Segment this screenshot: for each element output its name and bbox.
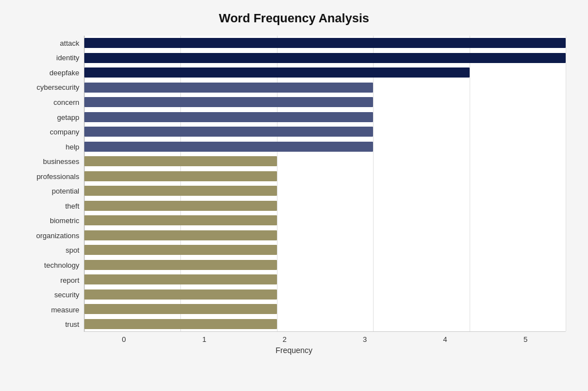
chart-title: Word Frequency Analysis bbox=[22, 11, 566, 26]
x-tick-label: 2 bbox=[245, 335, 325, 344]
bar-row bbox=[84, 243, 566, 258]
x-tick-label: 4 bbox=[405, 335, 485, 344]
x-tick-label: 5 bbox=[485, 335, 566, 344]
y-label: potential bbox=[22, 187, 79, 195]
bar bbox=[84, 83, 373, 93]
y-label: technology bbox=[22, 262, 79, 269]
bar-row bbox=[84, 80, 566, 95]
bar-row bbox=[84, 36, 566, 51]
bar-row bbox=[84, 124, 566, 139]
y-label: report bbox=[22, 277, 79, 284]
bar-row bbox=[84, 184, 566, 199]
bar bbox=[84, 38, 566, 48]
bar bbox=[84, 289, 277, 300]
bar-row bbox=[84, 213, 566, 228]
y-axis: attackidentitydeepfakecybersecurityconce… bbox=[22, 36, 84, 332]
x-axis-title: Frequency bbox=[22, 346, 566, 355]
bar bbox=[84, 230, 277, 240]
bar bbox=[84, 142, 373, 152]
bar bbox=[84, 67, 470, 78]
y-label: theft bbox=[22, 202, 79, 210]
bars-area bbox=[84, 36, 566, 332]
y-label: trust bbox=[22, 321, 79, 328]
y-label: security bbox=[22, 291, 79, 298]
x-axis-labels: 012345 bbox=[84, 335, 566, 344]
y-label: businesses bbox=[22, 158, 79, 165]
y-label: organizations bbox=[22, 232, 79, 239]
bar-row bbox=[84, 110, 566, 125]
y-label: company bbox=[22, 128, 79, 136]
x-tick-label: 1 bbox=[164, 335, 245, 344]
y-label: concern bbox=[22, 99, 79, 106]
y-label: attack bbox=[22, 40, 79, 47]
y-label: spot bbox=[22, 247, 79, 254]
bar bbox=[84, 53, 566, 63]
bar bbox=[84, 186, 277, 196]
bar-row bbox=[84, 199, 566, 214]
bar bbox=[84, 274, 277, 284]
bar-row bbox=[84, 228, 566, 243]
bar bbox=[84, 319, 277, 329]
bar bbox=[84, 97, 373, 107]
bar-row bbox=[84, 258, 566, 273]
bar bbox=[84, 260, 277, 270]
bar bbox=[84, 112, 373, 122]
bar bbox=[84, 127, 373, 137]
bar-row bbox=[84, 154, 566, 169]
y-label: professionals bbox=[22, 173, 79, 180]
bar bbox=[84, 201, 277, 211]
y-label: identity bbox=[22, 54, 79, 61]
bar bbox=[84, 304, 277, 314]
y-label: deepfake bbox=[22, 69, 79, 76]
y-label: getapp bbox=[22, 114, 79, 121]
bar-row bbox=[84, 302, 566, 317]
bar-row bbox=[84, 272, 566, 287]
y-label: help bbox=[22, 143, 79, 151]
bar bbox=[84, 156, 277, 166]
bar-row bbox=[84, 95, 566, 110]
chart-container: Word Frequency Analysis attackidentityde… bbox=[0, 0, 588, 391]
bar-row bbox=[84, 51, 566, 66]
bar bbox=[84, 215, 277, 225]
bar-row bbox=[84, 139, 566, 155]
y-label: biometric bbox=[22, 217, 79, 224]
y-label: measure bbox=[22, 306, 79, 313]
y-label: cybersecurity bbox=[22, 84, 79, 91]
bar-row bbox=[84, 317, 566, 332]
bar bbox=[84, 171, 277, 181]
bar-row bbox=[84, 65, 566, 80]
bar bbox=[84, 245, 277, 255]
x-tick-label: 0 bbox=[84, 335, 164, 344]
bar-row bbox=[84, 169, 566, 184]
bar-row bbox=[84, 287, 566, 302]
x-tick-label: 3 bbox=[324, 335, 405, 344]
